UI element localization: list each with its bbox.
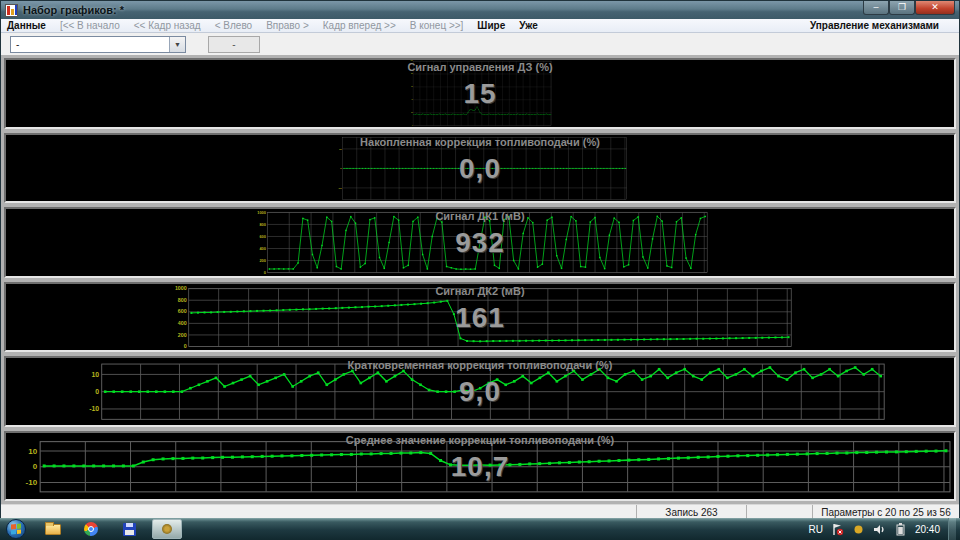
chrome-taskbar-button[interactable]: [78, 520, 104, 538]
menu-item-upravlenie-mekhanizmami[interactable]: Управление механизмами: [810, 20, 939, 31]
svg-text:10: 10: [339, 147, 342, 150]
folder-icon: [45, 524, 61, 535]
frame-counter-box: -: [208, 36, 260, 53]
notification-icon[interactable]: [852, 523, 865, 536]
graph-panel-2[interactable]: 100-10Накопленная коррекция топливоподач…: [4, 133, 956, 204]
close-button[interactable]: ✕: [915, 1, 955, 15]
window-controls: – ❐ ✕: [863, 1, 955, 15]
svg-text:1000: 1000: [257, 210, 266, 215]
svg-text:0: 0: [340, 167, 342, 170]
graph-panel-6[interactable]: 100-10Среднее значение коррекции топливо…: [4, 431, 956, 502]
menu-item-uzhe[interactable]: Уже: [519, 20, 538, 31]
plot-area: 100-10: [6, 358, 954, 425]
window-title: Набор графиков: *: [23, 4, 124, 16]
menu-item-vpravo: Вправо >: [266, 20, 309, 31]
menu-item-kadr-vpered: Кадр вперед >>: [323, 20, 396, 31]
taskbar: RU 20:40: [0, 518, 960, 540]
svg-text:400: 400: [259, 246, 265, 251]
svg-text:600: 600: [259, 234, 265, 239]
svg-text:0: 0: [33, 462, 38, 471]
chevron-down-icon[interactable]: ▼: [169, 37, 185, 52]
chrome-icon: [84, 522, 98, 536]
svg-text:40: 40: [411, 98, 413, 100]
active-app-taskbar-button[interactable]: [152, 519, 182, 539]
volume-icon[interactable]: [873, 523, 886, 536]
svg-text:800: 800: [259, 222, 265, 227]
maximize-button[interactable]: ❐: [889, 1, 915, 15]
graph-panel-1[interactable]: 100806040200Сигнал управления ДЗ (%)15: [4, 58, 956, 129]
title-bar[interactable]: Набор графиков: * – ❐ ✕: [1, 1, 959, 19]
svg-text:-10: -10: [89, 405, 99, 412]
app-window: Набор графиков: * – ❐ ✕ Данные[<< В нача…: [0, 0, 960, 518]
svg-text:0: 0: [184, 343, 187, 349]
combobox-value: -: [11, 39, 169, 50]
svg-text:800: 800: [178, 296, 187, 302]
svg-text:0: 0: [264, 270, 266, 275]
svg-text:100: 100: [411, 60, 413, 61]
diagnostic-app-icon: [162, 524, 172, 534]
status-segment-empty-2: [747, 505, 813, 519]
minimize-button[interactable]: –: [863, 1, 889, 15]
svg-text:80: 80: [411, 73, 413, 74]
graph-set-combobox[interactable]: - ▼: [10, 36, 186, 53]
svg-text:400: 400: [178, 320, 187, 326]
menu-item-v-konec: В конец >>]: [410, 20, 464, 31]
windows-flag-icon: [11, 523, 21, 534]
svg-text:600: 600: [178, 308, 187, 314]
menu-item-dannye[interactable]: Данные: [7, 20, 46, 31]
start-button[interactable]: [6, 519, 26, 539]
svg-text:0: 0: [412, 125, 413, 126]
svg-text:0: 0: [95, 388, 99, 395]
plot-area: 10008006004002000: [6, 284, 954, 351]
svg-text:1000: 1000: [175, 285, 187, 291]
menu-bar: Данные[<< В начало<< Кадр назад< ВлевоВп…: [1, 19, 959, 33]
menu-item-vlevo: < Влево: [215, 20, 252, 31]
show-desktop-button[interactable]: [948, 518, 956, 540]
clock[interactable]: 20:40: [915, 524, 940, 535]
toolbar: - ▼ -: [1, 33, 959, 55]
graph-panel-4[interactable]: 10008006004002000Сигнал ДК2 (мВ)161: [4, 282, 956, 353]
svg-text:20: 20: [411, 112, 413, 113]
svg-text:10: 10: [91, 371, 99, 378]
menu-item-v-nachalo: [<< В начало: [60, 20, 120, 31]
graph-panel-3[interactable]: 10008006004002000Сигнал ДК1 (мВ)932: [4, 207, 956, 278]
system-tray: RU 20:40: [809, 518, 960, 540]
save-app-taskbar-button[interactable]: [116, 520, 142, 538]
menu-item-kadr-nazad: << Кадр назад: [134, 20, 201, 31]
plot-area: 100806040200: [6, 60, 954, 127]
language-indicator[interactable]: RU: [809, 524, 823, 535]
svg-text:-10: -10: [26, 477, 38, 486]
status-record: Запись 263: [637, 505, 747, 519]
explorer-taskbar-button[interactable]: [40, 520, 66, 538]
graph-panel-5[interactable]: 100-10Кратковременная коррекция топливоп…: [4, 356, 956, 427]
svg-text:-10: -10: [338, 186, 342, 189]
status-params: Параметры с 20 по 25 из 56: [813, 505, 959, 519]
floppy-disk-icon: [123, 523, 136, 536]
menu-item-shire[interactable]: Шире: [477, 20, 505, 31]
plot-area: 100-10: [6, 135, 954, 202]
action-center-flag-icon[interactable]: [831, 523, 844, 536]
battery-icon[interactable]: [894, 523, 907, 536]
svg-text:200: 200: [259, 258, 265, 263]
status-segment-empty: [1, 505, 637, 519]
status-bar: Запись 263 Параметры с 20 по 25 из 56: [1, 504, 959, 519]
app-icon: [5, 4, 18, 17]
plot-area: 100-10: [6, 433, 954, 500]
graph-panels-container: 100806040200Сигнал управления ДЗ (%)1510…: [1, 55, 959, 504]
plot-area: 10008006004002000: [6, 209, 954, 276]
svg-text:200: 200: [178, 331, 187, 337]
svg-text:10: 10: [28, 446, 37, 455]
svg-text:60: 60: [411, 86, 413, 87]
